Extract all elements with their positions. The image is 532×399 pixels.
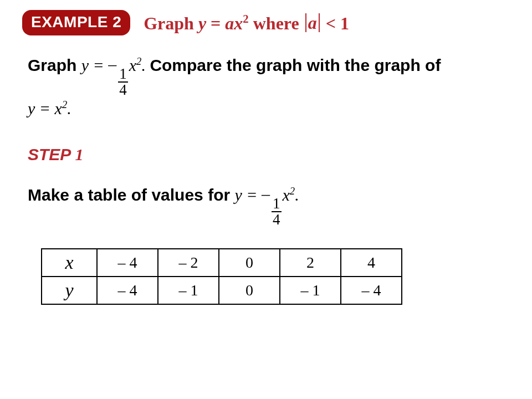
make-exp: 2	[290, 185, 295, 197]
page-title: Graph y = ax2 where a < 1	[144, 12, 349, 34]
title-where: where	[249, 13, 304, 33]
table-row: y – 4 – 1 0 – 1 – 4	[42, 277, 402, 304]
table-cell: 0	[219, 249, 280, 277]
fraction-icon: 14	[272, 196, 282, 227]
prompt-yeqx2: y = x	[28, 99, 62, 117]
prompt-period: .	[141, 56, 146, 74]
title-a: a	[225, 13, 234, 33]
step-label: STEP 1	[28, 145, 499, 164]
prompt-graph: Graph	[28, 56, 81, 74]
table-cell: 0	[219, 277, 280, 304]
step-number: 1	[75, 145, 84, 163]
frac-num: 1	[272, 196, 282, 211]
fraction-icon: 14	[118, 66, 128, 98]
frac-den: 4	[272, 211, 282, 227]
title-y: y	[198, 13, 206, 33]
table-cell: – 4	[97, 277, 158, 304]
make-yeq: y =	[234, 186, 257, 204]
table-cell: – 4	[341, 277, 402, 304]
title-x: x	[234, 13, 243, 33]
prompt-x: x	[129, 56, 136, 74]
table-row: x – 4 – 2 0 2 4	[42, 249, 402, 277]
make-period: .	[295, 186, 299, 204]
title-graph: Graph	[144, 13, 198, 33]
title-lt: < 1	[321, 13, 349, 33]
example-badge: EXAMPLE 2	[22, 10, 130, 35]
prompt-compare: Compare the graph with the graph of	[150, 56, 441, 74]
title-exp: 2	[243, 12, 248, 25]
table-cell: – 1	[158, 277, 219, 304]
abs-bar-icon	[319, 13, 320, 32]
step-word: STEP	[28, 145, 70, 163]
header-row: EXAMPLE 2 Graph y = ax2 where a < 1	[22, 10, 499, 35]
title-a2: a	[308, 13, 317, 33]
prompt-text: Graph y = –14x2. Compare the graph with …	[28, 54, 499, 119]
prompt-minus: –	[108, 55, 116, 73]
make-table-text: Make a table of values for y = –14x2.	[28, 184, 499, 228]
make-text: Make a table of values for	[28, 186, 234, 204]
title-abs: a	[304, 13, 321, 33]
title-eq: =	[206, 13, 225, 33]
table-cell: – 4	[97, 249, 158, 277]
make-x: x	[283, 186, 290, 204]
row-header-y: y	[42, 277, 97, 304]
prompt-period2: .	[67, 99, 71, 117]
prompt-y-eq: y =	[81, 56, 104, 74]
make-minus: –	[262, 185, 270, 203]
abs-bar-icon	[305, 13, 306, 32]
prompt-exp2: 2	[62, 99, 67, 110]
prompt-exp: 2	[136, 55, 141, 67]
table-cell: – 2	[158, 249, 219, 277]
table-cell: 2	[280, 249, 341, 277]
row-header-x: x	[42, 249, 97, 277]
table-cell: 4	[341, 249, 402, 277]
frac-den: 4	[118, 81, 128, 98]
frac-num: 1	[118, 66, 128, 81]
table-cell: – 1	[280, 277, 341, 304]
values-table: x – 4 – 2 0 2 4 y – 4 – 1 0 – 1 – 4	[41, 248, 402, 305]
